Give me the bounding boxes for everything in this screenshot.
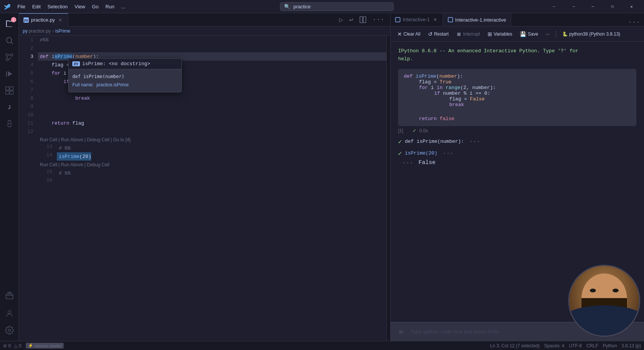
cell-2-expand[interactable]: ··· — [467, 138, 483, 146]
window-maximize[interactable]: ❐ — [603, 0, 621, 13]
menu-file[interactable]: File — [14, 3, 28, 10]
code-line-15-row: 15 # %% — [38, 169, 386, 177]
tooltip-fullname-value: practice.isPrime — [96, 82, 128, 88]
status-version[interactable]: 3.8.13 {p} — [622, 343, 641, 348]
save-button[interactable]: 💾 Save — [517, 30, 541, 38]
clear-icon: ✕ — [397, 31, 402, 37]
window-controls: ← → — ❐ ✕ — [546, 0, 640, 13]
status-eol[interactable]: CRLF — [586, 343, 598, 348]
statusbar-right: Ln 3, Col 12 (7 selected) Spaces: 4 UTF-… — [490, 343, 641, 348]
position-text: Ln 3, Col 12 (7 selected) — [490, 343, 540, 348]
nav-forward[interactable]: → — [565, 0, 582, 13]
menu-go[interactable]: Go — [89, 3, 102, 10]
cell-2: ✓ def isPrime(number): ··· — [398, 136, 636, 147]
status-spaces[interactable]: Spaces: 4 — [544, 343, 564, 348]
activity-json[interactable]: J — [2, 100, 17, 115]
kernel-selector[interactable]: 🐍 python38 (Python 3.8.13) — [559, 30, 624, 38]
svg-rect-15 — [360, 17, 363, 23]
cell-number-1: [1] — [398, 128, 410, 133]
tooltip-lang-icon: py — [72, 61, 80, 66]
activity-run[interactable] — [2, 66, 17, 81]
run-input-button[interactable]: ▷ — [396, 327, 407, 337]
status-position[interactable]: Ln 3, Col 12 (7 selected) — [490, 343, 540, 348]
menu-view[interactable]: View — [72, 3, 88, 10]
svg-marker-5 — [8, 71, 12, 77]
undo-button[interactable]: ↩ — [347, 15, 355, 25]
toolbar-more-button[interactable]: ··· — [543, 30, 553, 38]
clear-all-button[interactable]: ✕ Clear All — [394, 30, 424, 38]
restart-label: Restart — [434, 31, 449, 37]
svg-rect-9 — [6, 91, 9, 94]
kernel-label: python38 (Python 3.8.13) — [569, 31, 621, 37]
nav-back[interactable]: ← — [546, 0, 563, 13]
activity-search[interactable] — [2, 33, 17, 48]
restart-button[interactable]: ↺ Restart — [425, 30, 452, 38]
status-encoding[interactable]: UTF-8 — [569, 343, 582, 348]
run-editor-button[interactable]: ▷ — [337, 15, 345, 25]
activity-account[interactable] — [2, 306, 17, 321]
activity-settings[interactable] — [2, 323, 17, 338]
window-minimize[interactable]: — — [584, 0, 602, 13]
eol-text: CRLF — [586, 343, 598, 348]
status-language[interactable]: Python — [603, 343, 617, 348]
svg-rect-16 — [363, 17, 366, 23]
split-editor-button[interactable] — [358, 16, 368, 24]
cell-3-output-dots[interactable]: ··· — [400, 159, 416, 167]
main-container: 1 — [0, 13, 644, 341]
kernel-icon: 🐍 — [562, 31, 568, 37]
activity-packages[interactable] — [2, 288, 17, 303]
explorer-badge: 1 — [11, 17, 16, 22]
activity-git[interactable] — [2, 50, 17, 65]
left-eye — [590, 289, 596, 292]
code-editor[interactable]: py isPrime: <no docstring> def isPrime(n… — [19, 36, 390, 341]
spaces-text: Spaces: 4 — [544, 343, 564, 348]
window-close[interactable]: ✕ — [623, 0, 640, 13]
variables-button[interactable]: ⊞ Variables — [485, 30, 515, 38]
cell-3-expand[interactable]: ··· — [440, 149, 456, 158]
tooltip-title: isPrime: <no docstring> — [82, 61, 150, 67]
svg-rect-17 — [395, 17, 400, 22]
banner-line1: IPython 8.6.0 -- An enhanced Interactive… — [398, 47, 636, 55]
svg-rect-8 — [10, 87, 13, 90]
cell-3-input-row: ✓ isPrime(20) ··· — [398, 149, 636, 158]
cell-3: ✓ isPrime(20) ··· ··· False — [398, 149, 636, 167]
editor-more-button[interactable]: ··· — [370, 15, 386, 24]
interactive-tab-2[interactable]: Interactive-1.interactive — [443, 13, 511, 26]
cell-3-output: ··· False — [398, 159, 636, 167]
breadcrumb-file[interactable]: py practice.py — [23, 28, 51, 34]
cell-1-code-line-6: break — [449, 102, 631, 108]
menu-run[interactable]: Run — [102, 3, 117, 10]
cell-1-code-line-4: if number % i == 0: — [434, 91, 631, 96]
cell-2-preview: def isPrime(number): — [405, 139, 464, 144]
interactive-tab-1-close[interactable]: ✕ — [432, 17, 438, 23]
menu-edit[interactable]: Edit — [29, 3, 44, 10]
status-errors[interactable]: ⊘ 0 △ 0 — [3, 343, 21, 348]
encoding-text: UTF-8 — [569, 343, 582, 348]
interactive-panel-more[interactable]: ··· — [624, 19, 644, 26]
menu-selection[interactable]: Selection — [44, 3, 70, 10]
line-num-15: 15 — [38, 169, 57, 177]
activity-explorer[interactable]: 1 — [2, 16, 17, 31]
vscode-icon — [4, 3, 11, 10]
interactive-tab-1-label: Interactive-1 — [403, 17, 430, 22]
interrupt-icon: ⏹ — [456, 31, 461, 37]
interactive-tab-1[interactable]: Interactive-1 ✕ — [391, 13, 443, 26]
activity-test[interactable] — [2, 116, 17, 131]
minimap[interactable] — [386, 36, 390, 341]
interrupt-button[interactable]: ⏹ Interrupt — [453, 30, 483, 38]
breadcrumb: py practice.py › isPrime — [19, 27, 390, 36]
save-icon: 💾 — [520, 31, 526, 37]
editor-tab-practice[interactable]: py practice.py ✕ — [19, 13, 68, 27]
activity-bar: 1 — [0, 13, 19, 341]
breadcrumb-function[interactable]: isPrime — [55, 28, 70, 34]
cell-1-status: [1] ✓ 0.0s — [398, 127, 636, 134]
global-search-box[interactable]: 🔍 practice — [280, 2, 394, 11]
tab-close-button[interactable]: ✕ — [57, 17, 63, 23]
warning-count: 0 — [19, 343, 22, 348]
code-line-12 — [38, 127, 386, 136]
cell-3-result: False — [419, 159, 436, 166]
activity-extensions[interactable] — [2, 83, 17, 98]
menu-more[interactable]: ... — [118, 3, 128, 10]
variables-label: Variables — [494, 31, 512, 37]
tabnine-badge[interactable]: ⚡ tabnine starter — [26, 343, 63, 348]
